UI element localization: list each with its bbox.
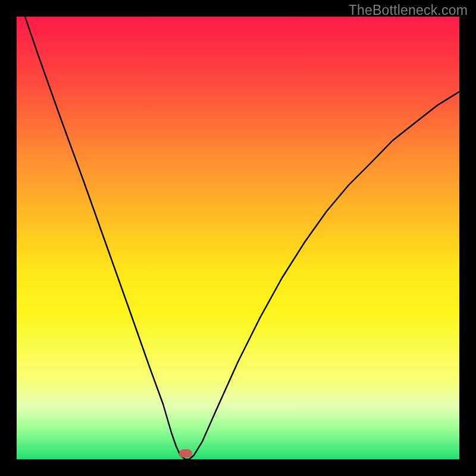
optimal-marker xyxy=(179,449,192,458)
plot-area xyxy=(17,17,459,459)
watermark-text: TheBottleneck.com xyxy=(349,2,468,18)
bottleneck-curve xyxy=(17,17,459,459)
curve-path xyxy=(25,17,459,459)
